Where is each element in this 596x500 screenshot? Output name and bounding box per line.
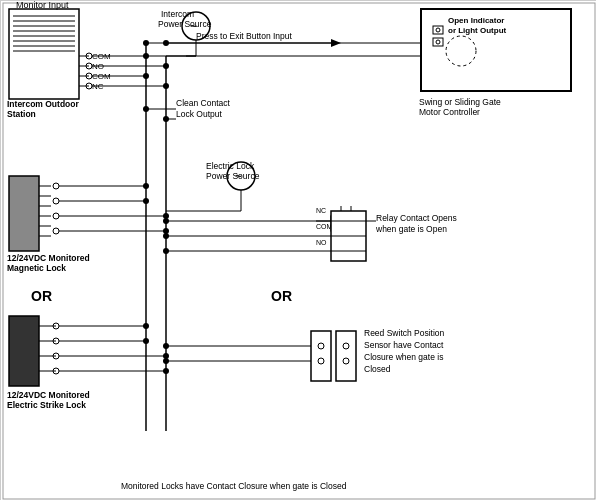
svg-text:NO: NO <box>316 239 327 246</box>
svg-point-110 <box>318 358 324 364</box>
svg-text:12/24VDC Monitored: 12/24VDC Monitored <box>7 253 90 263</box>
svg-text:Swing or Sliding Gate: Swing or Sliding Gate <box>419 97 501 107</box>
svg-point-135 <box>143 183 149 189</box>
svg-point-112 <box>343 358 349 364</box>
svg-point-139 <box>143 323 149 329</box>
svg-point-131 <box>143 53 149 59</box>
svg-point-111 <box>343 343 349 349</box>
svg-text:Lock Output: Lock Output <box>176 109 222 119</box>
svg-point-132 <box>143 73 149 79</box>
svg-text:Magnetic Lock: Magnetic Lock <box>7 263 66 273</box>
svg-point-134 <box>163 83 169 89</box>
svg-point-142 <box>163 368 169 374</box>
svg-text:or Light Output: or Light Output <box>448 26 507 35</box>
svg-rect-2 <box>9 9 79 99</box>
svg-point-147 <box>163 358 169 364</box>
svg-point-146 <box>163 343 169 349</box>
svg-point-151 <box>143 40 149 46</box>
svg-text:Closure when gate is: Closure when gate is <box>364 352 443 362</box>
svg-text:Station: Station <box>7 109 36 119</box>
svg-text:Clean Contact: Clean Contact <box>176 98 231 108</box>
svg-rect-108 <box>336 331 356 381</box>
svg-text:Intercom: Intercom <box>161 9 194 19</box>
svg-point-109 <box>318 343 324 349</box>
svg-point-144 <box>163 233 169 239</box>
svg-text:Reed Switch Position: Reed Switch Position <box>364 328 445 338</box>
svg-text:Electric Lock: Electric Lock <box>206 161 255 171</box>
svg-point-150 <box>163 40 169 46</box>
svg-point-60 <box>53 198 59 204</box>
svg-point-136 <box>143 198 149 204</box>
svg-text:Sensor have Contact: Sensor have Contact <box>364 340 444 350</box>
svg-point-120 <box>446 36 476 66</box>
svg-point-59 <box>53 183 59 189</box>
svg-text:NC: NC <box>316 207 326 214</box>
svg-text:Intercom Outdoor: Intercom Outdoor <box>7 99 79 109</box>
svg-text:OR: OR <box>31 288 52 304</box>
svg-point-61 <box>53 213 59 219</box>
svg-text:Closed: Closed <box>364 364 391 374</box>
svg-point-140 <box>143 338 149 344</box>
svg-text:Power Source: Power Source <box>206 171 260 181</box>
svg-rect-107 <box>311 331 331 381</box>
svg-text:Monitor Input: Monitor Input <box>16 1 69 10</box>
svg-text:Press to Exit Button Input: Press to Exit Button Input <box>196 31 293 41</box>
svg-point-148 <box>143 106 149 112</box>
svg-point-62 <box>53 228 59 234</box>
svg-text:Power Source: Power Source <box>158 19 212 29</box>
svg-point-123 <box>436 28 440 32</box>
svg-rect-70 <box>9 316 39 386</box>
svg-text:COM: COM <box>316 223 333 230</box>
svg-text:12/24VDC Monitored: 12/24VDC Monitored <box>7 390 90 400</box>
svg-text:when gate is Open: when gate is Open <box>375 224 447 234</box>
svg-text:Open Indicator: Open Indicator <box>448 16 504 25</box>
svg-point-124 <box>436 40 440 44</box>
svg-text:Relay Contact Opens: Relay Contact Opens <box>376 213 457 223</box>
svg-point-149 <box>163 116 169 122</box>
svg-point-133 <box>163 63 169 69</box>
svg-text:OR: OR <box>271 288 292 304</box>
svg-text:Electric Strike Lock: Electric Strike Lock <box>7 400 86 410</box>
svg-point-145 <box>163 248 169 254</box>
wiring-diagram: Monitor Input COM NO COM NC Intercom Out… <box>0 0 596 500</box>
svg-text:Motor Controller: Motor Controller <box>419 107 480 117</box>
svg-text:Monitored Locks have Contact C: Monitored Locks have Contact Closure whe… <box>121 481 347 491</box>
svg-point-143 <box>163 218 169 224</box>
svg-rect-52 <box>9 176 39 251</box>
